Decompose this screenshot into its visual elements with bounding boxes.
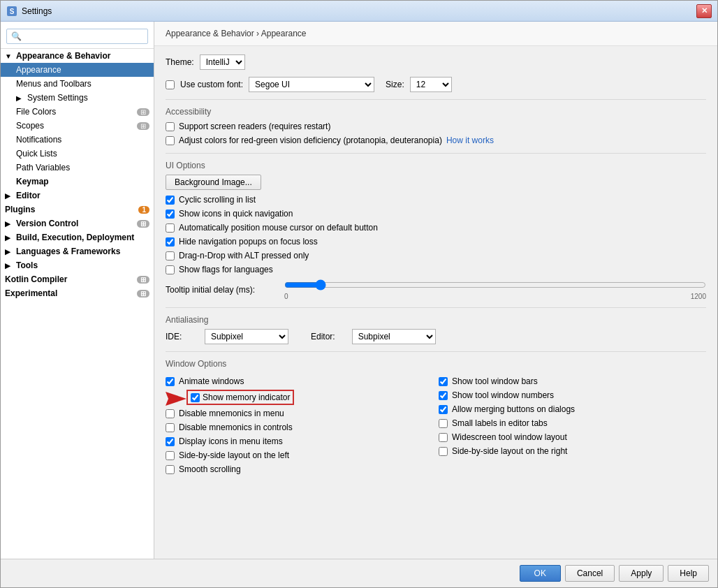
sidebar-item-label: Menus and Toolbars xyxy=(16,79,149,89)
sidebar-item-languages-frameworks[interactable]: ▶ Languages & Frameworks xyxy=(1,244,154,258)
sidebar-item-path-variables[interactable]: Path Variables xyxy=(1,161,154,175)
show-flags-row: Show flags for languages xyxy=(166,264,706,275)
tooltip-slider[interactable] xyxy=(284,279,706,291)
disable-mnemonics-menu-label: Disable mnemonics in menu xyxy=(179,409,284,418)
allow-merging-checkbox[interactable] xyxy=(439,405,448,414)
sidebar-item-tools[interactable]: ▶ Tools xyxy=(1,258,154,272)
font-size-select[interactable]: 12 xyxy=(410,77,452,92)
auto-mouse-checkbox[interactable] xyxy=(166,223,175,233)
ide-label: IDE: xyxy=(166,332,193,341)
close-button[interactable]: ✕ xyxy=(696,4,712,18)
display-icons-menu-label: Display icons in menu items xyxy=(179,436,283,446)
show-tool-numbers-label: Show tool window numbers xyxy=(452,390,554,400)
cyclic-scroll-checkbox[interactable] xyxy=(166,196,175,205)
disable-mnemonics-controls-checkbox[interactable] xyxy=(166,423,175,432)
main-panel: Appearance & Behavior › Appearance Theme… xyxy=(154,22,717,559)
tooltip-slider-container: 0 1200 xyxy=(284,279,706,300)
font-select[interactable]: Segoe UI xyxy=(249,77,374,92)
sidebar-item-scopes[interactable]: Scopes ⊞ xyxy=(1,119,154,133)
sidebar-item-system-settings[interactable]: ▶ System Settings xyxy=(1,91,154,105)
disable-mnemonics-controls-row: Disable mnemonics in controls xyxy=(166,422,433,433)
bottom-bar: OK Cancel Apply Help xyxy=(1,559,717,587)
svg-text:S: S xyxy=(10,8,15,15)
smooth-scrolling-checkbox[interactable] xyxy=(166,465,175,474)
theme-label: Theme: xyxy=(166,57,194,67)
sidebar-item-kotlin-compiler[interactable]: Kotlin Compiler ⊞ xyxy=(1,272,154,286)
expand-arrow-icon: ▶ xyxy=(5,248,15,256)
small-labels-checkbox[interactable] xyxy=(439,419,448,428)
drag-drop-alt-row: Drag-n-Drop with ALT pressed only xyxy=(166,250,706,261)
animate-windows-label: Animate windows xyxy=(179,376,244,386)
color-blind-row: Adjust colors for red-green vision defic… xyxy=(166,135,706,146)
ide-antialiasing-select[interactable]: Subpixel Greyscale None xyxy=(205,329,288,344)
custom-font-row: Use custom font: Segoe UI Size: 12 xyxy=(166,77,706,92)
breadcrumb-separator: › xyxy=(256,29,259,38)
side-by-side-right-checkbox[interactable] xyxy=(439,447,448,456)
display-icons-menu-checkbox[interactable] xyxy=(166,437,175,446)
sidebar-item-build-execution[interactable]: ▶ Build, Execution, Deployment xyxy=(1,230,154,244)
editor-antialiasing-select[interactable]: Subpixel Greyscale None xyxy=(352,329,436,344)
allow-merging-label: Allow merging buttons on dialogs xyxy=(452,404,575,414)
accessibility-title: Accessibility xyxy=(166,107,706,117)
show-flags-checkbox[interactable] xyxy=(166,265,175,274)
show-icons-nav-label: Show icons in quick navigation xyxy=(179,209,293,219)
hide-nav-popups-checkbox[interactable] xyxy=(166,237,175,247)
how-it-works-link[interactable]: How it works xyxy=(446,135,494,145)
sidebar-item-plugins[interactable]: Plugins 1 xyxy=(1,203,154,216)
window-options-title: Window Options xyxy=(166,359,706,369)
tooltip-label: Tooltip initial delay (ms): xyxy=(166,285,277,295)
expand-arrow-icon: ▼ xyxy=(5,52,15,60)
show-memory-label: Show memory indicator xyxy=(203,392,290,402)
widescreen-checkbox[interactable] xyxy=(439,433,448,442)
disable-mnemonics-menu-checkbox[interactable] xyxy=(166,409,175,418)
side-by-side-right-label: Side-by-side layout on the right xyxy=(452,446,567,456)
sidebar-item-quick-lists[interactable]: Quick Lists xyxy=(1,147,154,161)
sidebar-item-appearance[interactable]: Appearance xyxy=(1,63,154,77)
custom-font-label: Use custom font: xyxy=(180,80,243,89)
sidebar-item-label: Editor xyxy=(16,191,149,200)
custom-font-checkbox[interactable] xyxy=(166,80,175,89)
show-memory-highlight-box: Show memory indicator xyxy=(186,390,294,405)
sidebar-item-keymap[interactable]: Keymap xyxy=(1,175,154,189)
cyclic-scroll-row: Cyclic scrolling in list xyxy=(166,194,706,205)
sidebar-item-label: Experimental xyxy=(5,288,134,298)
background-image-button[interactable]: Background Image... xyxy=(166,175,261,190)
badge: ⊞ xyxy=(137,220,149,228)
sidebar-item-notifications[interactable]: Notifications xyxy=(1,133,154,147)
show-tool-numbers-checkbox[interactable] xyxy=(439,391,448,400)
settings-window: S Settings ✕ ▼ Appearance & Behavior App… xyxy=(0,0,718,588)
sidebar-item-label: File Colors xyxy=(16,107,134,117)
ok-button[interactable]: OK xyxy=(520,565,561,582)
smooth-scrolling-row: Smooth scrolling xyxy=(166,464,433,475)
sidebar-item-appearance-behavior[interactable]: ▼ Appearance & Behavior xyxy=(1,49,154,63)
show-memory-checkbox[interactable] xyxy=(191,393,200,402)
screen-readers-row: Support screen readers (requires restart… xyxy=(166,121,706,132)
cancel-button[interactable]: Cancel xyxy=(565,565,615,582)
screen-readers-label: Support screen readers (requires restart… xyxy=(179,122,330,131)
help-button[interactable]: Help xyxy=(668,565,709,582)
drag-drop-alt-checkbox[interactable] xyxy=(166,251,175,260)
side-by-side-left-checkbox[interactable] xyxy=(166,451,175,460)
sidebar-item-version-control[interactable]: ▶ Version Control ⊞ xyxy=(1,216,154,230)
apply-button[interactable]: Apply xyxy=(619,565,664,582)
show-flags-label: Show flags for languages xyxy=(179,265,273,274)
expand-arrow-icon: ▶ xyxy=(5,192,15,200)
small-labels-label: Small labels in editor tabs xyxy=(452,418,548,428)
content-area: ▼ Appearance & Behavior Appearance Menus… xyxy=(1,22,717,559)
search-input[interactable] xyxy=(6,29,148,44)
theme-select[interactable]: IntelliJ xyxy=(200,54,245,70)
color-blind-checkbox[interactable] xyxy=(166,136,175,145)
sidebar-item-menus-toolbars[interactable]: Menus and Toolbars xyxy=(1,77,154,91)
sidebar-item-experimental[interactable]: Experimental ⊞ xyxy=(1,286,154,300)
hide-nav-popups-row: Hide navigation popups on focus loss xyxy=(166,236,706,247)
screen-readers-checkbox[interactable] xyxy=(166,122,175,131)
disable-mnemonics-menu-row: Disable mnemonics in menu xyxy=(166,408,433,419)
side-by-side-left-row: Side-by-side layout on the left xyxy=(166,450,433,461)
show-tool-bars-checkbox[interactable] xyxy=(439,377,448,386)
sidebar-item-label: Languages & Frameworks xyxy=(16,247,149,256)
sidebar-item-editor[interactable]: ▶ Editor xyxy=(1,189,154,203)
animate-windows-checkbox[interactable] xyxy=(166,377,175,386)
sidebar-item-label: Path Variables xyxy=(16,163,149,172)
sidebar-item-file-colors[interactable]: File Colors ⊞ xyxy=(1,105,154,119)
show-icons-nav-checkbox[interactable] xyxy=(166,210,175,219)
